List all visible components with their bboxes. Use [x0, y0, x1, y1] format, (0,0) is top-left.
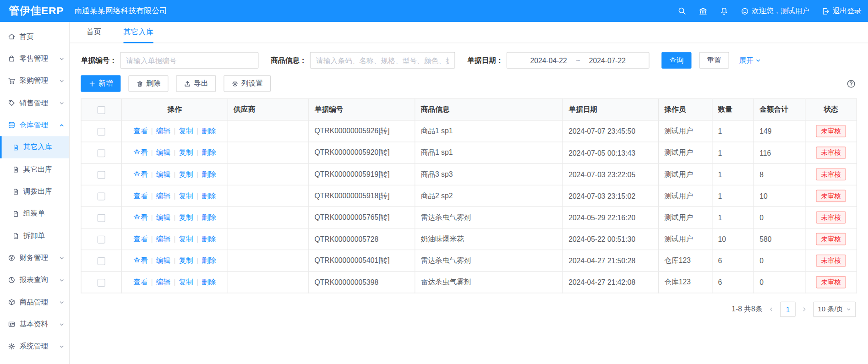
row-action-copy[interactable]: 复制 [179, 234, 193, 243]
row-action-delete[interactable]: 删除 [202, 256, 216, 265]
sidebar-item-purchase[interactable]: 采购管理 [0, 70, 69, 92]
cell-date: 2024-07-03 23:15:02 [563, 185, 659, 206]
sidebar-item-retail[interactable]: 零售管理 [0, 48, 69, 70]
sidebar-item-other-in[interactable]: 其它入库 [0, 136, 69, 158]
row-action-view[interactable]: 查看 [133, 234, 147, 243]
row-checkbox[interactable] [98, 279, 105, 287]
export-icon [184, 80, 191, 87]
sidebar-item-warehouse[interactable]: 仓库管理 [0, 114, 69, 136]
date-from-value[interactable]: 2024-04-22 [530, 56, 567, 65]
row-action-edit[interactable]: 编辑 [156, 127, 170, 135]
row-action-edit[interactable]: 编辑 [156, 256, 170, 265]
current-page[interactable]: 1 [780, 302, 796, 317]
row-action-delete[interactable]: 删除 [202, 170, 216, 178]
product-info-input[interactable] [310, 52, 455, 69]
row-action-delete[interactable]: 删除 [202, 127, 216, 135]
row-action-view[interactable]: 查看 [133, 213, 147, 221]
select-all-checkbox[interactable] [98, 106, 105, 114]
row-checkbox[interactable] [98, 192, 105, 200]
sidebar-item-system[interactable]: 系统管理 [0, 335, 69, 357]
sidebar-item-label: 首页 [19, 32, 65, 42]
help-icon[interactable] [846, 79, 856, 88]
row-action-view[interactable]: 查看 [133, 191, 147, 200]
trash-icon [136, 80, 143, 87]
page-size-select[interactable]: 10 条/页 [813, 302, 856, 317]
tab-other-in[interactable]: 其它入库 [124, 22, 153, 43]
row-checkbox[interactable] [98, 149, 105, 157]
sidebar-item-other-out[interactable]: 其它出库 [0, 158, 69, 180]
search-button[interactable]: 查询 [661, 52, 691, 69]
sidebar-item-basic[interactable]: 基本资料 [0, 313, 69, 335]
row-action-view[interactable]: 查看 [133, 127, 147, 135]
cell-operator: 测试用户 [659, 163, 712, 185]
next-page-button[interactable] [801, 306, 808, 313]
cell-product: 商品2 sp2 [415, 185, 563, 206]
row-action-edit[interactable]: 编辑 [156, 170, 170, 178]
row-action-copy[interactable]: 复制 [179, 148, 193, 157]
column-header: 数量 [712, 99, 754, 120]
row-checkbox[interactable] [98, 257, 105, 265]
row-action-delete[interactable]: 删除 [202, 278, 216, 286]
sidebar-item-home[interactable]: 首页 [0, 26, 69, 48]
row-action-edit[interactable]: 编辑 [156, 278, 170, 286]
chevron-down-icon [59, 55, 65, 61]
row-action-copy[interactable]: 复制 [179, 191, 193, 200]
welcome-user[interactable]: 欢迎您，测试用户 [741, 6, 809, 16]
prev-page-button[interactable] [768, 306, 775, 313]
table-row: 查看|编辑|复制|删除QTRK00000005920[转]商品1 sp12024… [81, 142, 857, 163]
row-action-delete[interactable]: 删除 [202, 213, 216, 221]
button-label: 删除 [146, 79, 160, 89]
row-action-delete[interactable]: 删除 [202, 148, 216, 157]
row-action-edit[interactable]: 编辑 [156, 234, 170, 243]
row-checkbox[interactable] [98, 236, 105, 244]
row-checkbox[interactable] [98, 128, 105, 136]
row-action-view[interactable]: 查看 [133, 278, 147, 286]
search-button[interactable] [677, 7, 686, 16]
row-action-view[interactable]: 查看 [133, 170, 147, 178]
delete-button[interactable]: 删除 [128, 75, 168, 92]
row-action-delete[interactable]: 删除 [202, 234, 216, 243]
row-checkbox[interactable] [98, 171, 105, 179]
cell-date: 2024-07-03 23:22:05 [563, 163, 659, 185]
columns-button[interactable]: 列设置 [224, 75, 271, 92]
row-action-copy[interactable]: 复制 [179, 278, 193, 286]
tab-home[interactable]: 首页 [87, 22, 102, 43]
row-checkbox[interactable] [98, 214, 105, 222]
sidebar-item-transfer-out[interactable]: 调拨出库 [0, 180, 69, 202]
row-action-view[interactable]: 查看 [133, 256, 147, 265]
cell-bill-no: QTRK00000005401[转] [309, 250, 415, 272]
bank-button[interactable] [699, 7, 707, 16]
expand-toggle[interactable]: 展开 [739, 55, 761, 65]
sidebar-item-finance[interactable]: 财务管理 [0, 247, 69, 269]
reset-button[interactable]: 重置 [699, 52, 729, 69]
bill-no-input[interactable] [120, 52, 258, 69]
sidebar-item-report[interactable]: 报表查询 [0, 269, 69, 291]
row-action-copy[interactable]: 复制 [179, 213, 193, 221]
erp-app: 管伊佳ERP 南通某某网络科技有限公司 欢迎您，测试用户 退出登录 首页零售管理… [0, 0, 868, 364]
row-action-copy[interactable]: 复制 [179, 256, 193, 265]
sidebar-item-assembly[interactable]: 组装单 [0, 202, 69, 224]
chevron-down-icon [755, 57, 761, 63]
add-button[interactable]: 新增 [81, 75, 120, 92]
cell-qty: 6 [712, 272, 754, 293]
row-action-copy[interactable]: 复制 [179, 170, 193, 178]
bell-button[interactable] [720, 7, 728, 16]
chevron-left-icon [768, 306, 775, 313]
sidebar-item-disassembly[interactable]: 拆卸单 [0, 225, 69, 247]
row-action-edit[interactable]: 编辑 [156, 191, 170, 200]
row-action-edit[interactable]: 编辑 [156, 213, 170, 221]
date-range-picker[interactable]: 2024-04-22 ~ 2024-07-22 [507, 52, 650, 69]
row-action-view[interactable]: 查看 [133, 148, 147, 157]
row-action-edit[interactable]: 编辑 [156, 148, 170, 157]
sidebar-item-label: 基本资料 [19, 319, 55, 329]
export-button[interactable]: 导出 [176, 75, 216, 92]
row-action-copy[interactable]: 复制 [179, 127, 193, 135]
logout-button[interactable]: 退出登录 [822, 6, 862, 16]
sidebar-item-goods[interactable]: 商品管理 [0, 291, 69, 313]
sidebar-item-sales[interactable]: 销售管理 [0, 92, 69, 114]
date-to-value[interactable]: 2024-07-22 [589, 56, 626, 65]
row-action-delete[interactable]: 删除 [202, 191, 216, 200]
cell-date: 2024-05-29 22:16:20 [563, 206, 659, 228]
cell-product: 雷达杀虫气雾剂 [415, 250, 563, 272]
doc-icon [12, 210, 20, 217]
